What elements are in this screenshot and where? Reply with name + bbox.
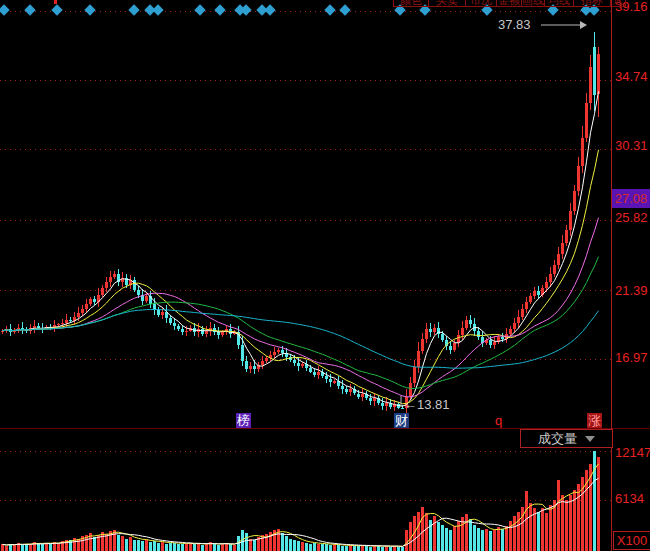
event-marker[interactable]: q [494, 413, 503, 428]
menu-item[interactable]: 金额 [496, 0, 522, 7]
event-marker[interactable]: 涨 [587, 413, 602, 428]
volume-indicator-selector[interactable]: 成交量 [520, 429, 613, 448]
high-arrow-icon [540, 19, 588, 31]
volume-indicator-label: 成交量 [538, 430, 577, 448]
price-axis-label: 34.74 [615, 70, 650, 84]
axis-line [611, 0, 612, 551]
menu-item[interactable]: 市况 [465, 0, 497, 7]
menu-item[interactable]: 返 [610, 0, 626, 7]
current-price-tag: 27.08 [612, 189, 650, 208]
main-price-chart [0, 0, 612, 428]
volume-axis-label: 6134 [615, 492, 650, 506]
price-axis-label: 21.39 [615, 284, 650, 298]
clipped-menu-bar[interactable]: 颜色买卖市况金额画线均线指标返 [394, 0, 626, 7]
menu-item[interactable]: 均线 [544, 0, 574, 7]
stock-chart-window: 颜色买卖市况金额画线均线指标返 37.83 ←13.81 榜财q涨 成交量 39… [0, 0, 650, 551]
dropdown-caret-icon[interactable] [585, 436, 595, 442]
volume-chart [0, 430, 612, 551]
high-price-annotation: 37.83 [498, 17, 531, 32]
menu-item[interactable]: 买卖 [428, 0, 466, 7]
menu-fragment [54, 0, 57, 4]
menu-item[interactable]: 画线 [521, 0, 545, 7]
event-marker[interactable]: 榜 [236, 413, 251, 428]
menu-item[interactable]: 指标 [573, 0, 611, 7]
price-axis-label: 25.82 [615, 211, 650, 225]
low-price-annotation: ←13.81 [404, 397, 450, 412]
price-axis-label: 30.31 [615, 139, 650, 153]
price-axis-label: 16.97 [615, 351, 650, 365]
menu-item[interactable]: 颜色 [393, 0, 429, 7]
volume-axis-label: 12147 [615, 446, 650, 460]
volume-unit-box: X100 [613, 531, 650, 550]
event-marker[interactable]: 财 [394, 413, 409, 428]
low-arrow-icon: ← [404, 397, 417, 412]
